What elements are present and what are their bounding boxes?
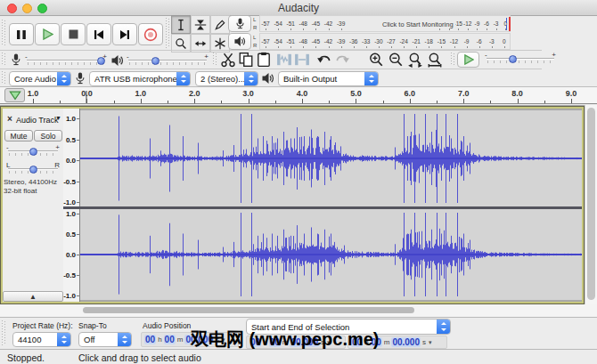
recording-device-dropdown[interactable]: ATR USB microphone — [89, 71, 191, 86]
meter-scale-number: -51 — [286, 38, 294, 44]
record-meter[interactable]: -57-54-51-48-45-42-39Click to Start Moni… — [259, 15, 511, 32]
recording-volume-slider[interactable]: - + — [25, 53, 107, 68]
edit-toolbar — [220, 52, 445, 68]
meter-scale-tick — [329, 46, 330, 48]
ruler-tick — [33, 99, 34, 103]
selection-tool-button[interactable] — [171, 15, 191, 34]
trim-audio-button[interactable] — [276, 52, 292, 68]
selection-toolbar-grip[interactable] — [2, 320, 6, 345]
gain-thumb[interactable] — [29, 148, 37, 156]
meter-scale-number: -18 — [425, 38, 433, 44]
skip-to-end-button[interactable] — [112, 23, 137, 45]
time-field-segment[interactable]: m — [177, 336, 184, 344]
silence-audio-icon — [294, 52, 310, 68]
draw-tool-button[interactable] — [210, 15, 230, 34]
gain-slider[interactable]: - + — [6, 144, 60, 158]
dropdown-stepper-icon — [244, 72, 258, 85]
meter-scale-number: -24 — [399, 38, 407, 44]
mute-button[interactable]: Mute — [4, 130, 33, 142]
ruler-label: 3.0 — [242, 89, 254, 98]
record-meter-button[interactable] — [228, 15, 251, 32]
zoom-out-button[interactable] — [388, 52, 405, 68]
time-field-segment[interactable]: m — [384, 338, 390, 346]
ruler-tick — [518, 99, 519, 103]
track-menu-dropdown-icon[interactable]: ▼ — [55, 115, 61, 121]
skip-to-start-button[interactable] — [86, 23, 111, 45]
play-at-speed-button[interactable] — [457, 52, 479, 68]
pin-playhead-button[interactable] — [4, 88, 25, 102]
ruler-tick — [356, 99, 356, 103]
transcription-toolbar-grip[interactable] — [451, 53, 455, 66]
meter-scale-number: -21 — [412, 38, 420, 44]
envelope-tool-icon — [194, 19, 207, 31]
time-field-segment[interactable]: h — [158, 336, 161, 344]
ruler-label: 9.0 — [566, 89, 577, 98]
device-toolbar-grip[interactable] — [2, 71, 6, 84]
silence-audio-button[interactable] — [294, 52, 310, 68]
time-field-segment[interactable]: 00.000 — [391, 337, 421, 347]
playback-meter[interactable]: -57-54-51-48-45-42-39-36-33-30-27-24-21-… — [259, 33, 511, 50]
zoom-in-button[interactable] — [368, 52, 386, 68]
transport-toolbar-grip[interactable] — [2, 20, 6, 46]
window-title: Audacity — [0, 2, 597, 14]
horizontal-scrollbar[interactable] — [0, 304, 597, 317]
snap-to-dropdown[interactable]: Off — [78, 332, 132, 347]
meter-scale-tick — [467, 46, 468, 48]
pan-thumb[interactable] — [29, 166, 37, 174]
audio-position-label: Audio Position — [143, 321, 191, 330]
paste-button[interactable] — [256, 52, 272, 68]
time-field-segment[interactable]: 00 — [164, 335, 176, 344]
redo-button[interactable] — [334, 52, 350, 68]
vertical-scrollbar[interactable] — [585, 105, 597, 304]
meter-scale-tick — [315, 28, 316, 30]
playback-volume-slider[interactable]: - + — [127, 53, 209, 68]
play-speed-slider[interactable]: - + — [485, 52, 556, 66]
play-meter-button[interactable] — [228, 33, 251, 50]
channel-left-area[interactable] — [80, 110, 582, 206]
tools-toolbar-grip[interactable] — [166, 18, 170, 48]
track-title[interactable]: Audio Track — [16, 116, 59, 125]
ruler-label: 1.0 — [28, 89, 39, 98]
pause-button[interactable] — [9, 23, 34, 45]
vertical-ruler-label: 1.0 — [66, 115, 76, 123]
solo-button[interactable]: Solo — [34, 130, 62, 142]
horizontal-scrollbar-thumb[interactable] — [83, 307, 414, 313]
ruler-tick — [571, 99, 572, 103]
zoom-fit-button[interactable] — [427, 52, 445, 68]
play-button[interactable] — [35, 23, 60, 45]
stop-button[interactable] — [61, 23, 86, 45]
record-icon — [143, 28, 158, 42]
recording-volume-thumb[interactable] — [97, 57, 105, 65]
meter-scale-number: -9 — [464, 38, 470, 44]
record-button[interactable] — [138, 23, 163, 45]
meter-scale-tick — [504, 46, 505, 48]
meter-overlay-text[interactable]: Click to Start Monitoring — [380, 20, 455, 28]
copy-button[interactable] — [238, 52, 254, 68]
mixer-toolbar-grip[interactable] — [2, 53, 6, 66]
track-close-button[interactable]: × — [5, 114, 14, 125]
dropdown-stepper-icon — [118, 333, 131, 346]
channel-right-area[interactable] — [80, 209, 582, 300]
audio-host-dropdown[interactable]: Core Audio — [9, 71, 71, 86]
pan-slider[interactable]: L R — [6, 162, 60, 176]
project-rate-dropdown[interactable]: 44100 — [12, 332, 71, 347]
track-collapse-button[interactable]: ▲ — [3, 291, 63, 302]
meter-scale-number: -42 — [324, 38, 332, 44]
edit-toolbar-grip[interactable] — [213, 53, 217, 66]
time-field-segment[interactable]: s — [422, 338, 426, 346]
ruler-minor-tick — [437, 101, 438, 103]
envelope-tool-button[interactable] — [191, 15, 210, 34]
playback-device-dropdown[interactable]: Built-in Output — [278, 71, 379, 86]
time-format-dropdown-icon[interactable]: ▾ — [429, 339, 432, 346]
meter-scale-number: -12 — [450, 38, 458, 44]
undo-button[interactable] — [316, 52, 332, 68]
recording-channels-dropdown[interactable]: 2 (Stereo)... — [195, 71, 258, 86]
time-field-segment[interactable]: 00 — [144, 335, 156, 344]
meter-scale-number: -39 — [337, 38, 345, 44]
timeline-ruler[interactable]: 1.00.01.02.03.04.05.06.07.08.09.0 — [0, 87, 597, 104]
zoom-selection-button[interactable] — [407, 52, 425, 68]
cut-button[interactable] — [220, 52, 236, 68]
status-state: Stopped. — [7, 352, 45, 363]
vertical-scrollbar-thumb[interactable] — [587, 108, 595, 300]
playback-volume-thumb[interactable] — [151, 57, 159, 65]
